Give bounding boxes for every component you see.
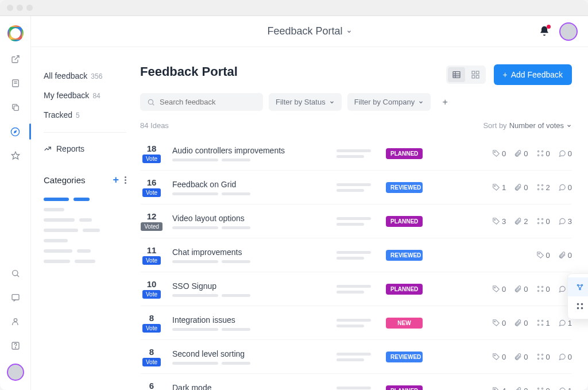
- vote-count: 10: [147, 279, 157, 289]
- filter-company-button[interactable]: Filter by Company: [347, 93, 431, 111]
- meta-connections[interactable]: 0: [536, 285, 550, 294]
- meta-comments[interactable]: 0: [558, 149, 572, 158]
- add-filter-button[interactable]: +: [436, 94, 454, 111]
- vote-box[interactable]: 16 Vote: [140, 177, 163, 197]
- window-minimize[interactable]: [17, 5, 23, 11]
- meta-connections[interactable]: 2: [536, 183, 550, 192]
- user-avatar-button[interactable]: [559, 22, 578, 41]
- grid-view-button[interactable]: [467, 67, 484, 82]
- notifications-button[interactable]: [539, 25, 551, 38]
- nav-doc-icon[interactable]: [9, 77, 22, 90]
- window-close[interactable]: [7, 5, 13, 11]
- vote-box[interactable]: 18 Vote: [140, 144, 163, 163]
- chevron-down-icon: [566, 123, 572, 129]
- meta-attachments[interactable]: 0: [514, 353, 528, 361]
- nav-user-icon[interactable]: [9, 315, 22, 328]
- meta-attachments[interactable]: 0: [558, 251, 572, 260]
- rail-avatar[interactable]: [7, 364, 24, 381]
- vote-box[interactable]: 10 Vote: [140, 279, 163, 299]
- svg-point-43: [537, 290, 539, 291]
- vote-count: 8: [149, 347, 154, 357]
- idea-row[interactable]: 16 Vote Feedback on Grid REVIEWED 1020: [140, 171, 572, 204]
- nav-compass-icon[interactable]: [9, 125, 22, 138]
- sidebar-item-label: My feedback: [44, 91, 89, 100]
- nav-share-icon[interactable]: [9, 53, 22, 65]
- svg-point-61: [581, 284, 582, 285]
- meta-tags[interactable]: 0: [492, 353, 506, 361]
- meta-attachments[interactable]: 0: [514, 319, 528, 327]
- svg-rect-20: [472, 75, 475, 78]
- reports-label: Reports: [56, 144, 84, 153]
- ctx-connect[interactable]: Connect to items: [568, 296, 588, 315]
- svg-point-38: [541, 222, 543, 223]
- vote-button[interactable]: Voted: [141, 222, 163, 231]
- vote-box[interactable]: 8 Vote: [140, 347, 163, 366]
- meta-comments[interactable]: 0: [558, 183, 572, 192]
- meta-comments[interactable]: 1: [558, 387, 572, 391]
- nav-message-icon[interactable]: [9, 291, 22, 304]
- meta-tags[interactable]: 1: [492, 183, 506, 192]
- idea-row[interactable]: 8 Vote Integration issues NEW 0011: [140, 306, 572, 340]
- meta-tags[interactable]: 0: [492, 319, 506, 327]
- categories-menu-button[interactable]: [125, 176, 126, 184]
- nav-search-icon[interactable]: [9, 267, 22, 280]
- meta-connections[interactable]: 0: [536, 149, 550, 158]
- meta-attachments[interactable]: 0: [514, 183, 528, 192]
- meta-attachments[interactable]: 0: [514, 387, 528, 391]
- meta-tags[interactable]: 3: [492, 217, 506, 226]
- search-box[interactable]: [140, 93, 263, 111]
- idea-row[interactable]: 11 Vote Chat improvements REVIEWED 00: [140, 238, 572, 272]
- sidebar-all-feedback[interactable]: All feedback 356: [44, 68, 126, 84]
- add-feedback-button[interactable]: + Add Feedback: [494, 64, 572, 85]
- divider: [44, 132, 126, 133]
- vote-box[interactable]: 11 Vote: [140, 245, 163, 265]
- meta-attachments[interactable]: 2: [514, 217, 528, 226]
- ctx-promote[interactable]: Promote to an item: [568, 277, 588, 296]
- add-category-button[interactable]: +: [113, 174, 119, 186]
- idea-row[interactable]: 10 Vote SSO Signup PLANNED 0000: [140, 272, 572, 306]
- vote-button[interactable]: Vote: [142, 155, 161, 163]
- meta-tags[interactable]: 4: [492, 387, 506, 391]
- idea-row[interactable]: 6 Vote Dark mode PLANNED 4001: [140, 374, 572, 390]
- vote-box[interactable]: 12 Voted: [140, 211, 163, 231]
- vote-button[interactable]: Vote: [142, 256, 161, 265]
- meta-attachments[interactable]: 0: [514, 285, 528, 294]
- nav-copy-icon[interactable]: [9, 101, 22, 114]
- sidebar-reports[interactable]: Reports: [44, 142, 126, 156]
- sidebar-tracked[interactable]: Tracked 5: [44, 107, 126, 123]
- meta-tags[interactable]: 0: [492, 285, 506, 294]
- vote-button[interactable]: Vote: [142, 290, 161, 299]
- meta-tags[interactable]: 0: [492, 149, 506, 158]
- workspace-selector[interactable]: Feedback Portal: [267, 25, 351, 37]
- vote-box[interactable]: 8 Vote: [140, 313, 163, 333]
- list-view-button[interactable]: [448, 67, 465, 82]
- meta-connections[interactable]: 0: [536, 387, 550, 391]
- app-logo[interactable]: [7, 25, 24, 41]
- meta-tags[interactable]: 0: [536, 251, 550, 260]
- meta-comments[interactable]: 0: [558, 353, 572, 361]
- nav-star-icon[interactable]: [9, 149, 22, 162]
- svg-point-52: [541, 354, 543, 355]
- vote-box[interactable]: 6 Vote: [140, 381, 163, 390]
- vote-button[interactable]: Vote: [142, 358, 161, 366]
- filter-status-button[interactable]: Filter by Status: [269, 93, 342, 111]
- vote-button[interactable]: Vote: [142, 188, 161, 197]
- idea-row[interactable]: 18 Vote Audio controllers improvements P…: [140, 137, 572, 171]
- sort-selector[interactable]: Sort by Number of votes: [483, 121, 572, 130]
- window-maximize[interactable]: [26, 5, 33, 11]
- meta-connections[interactable]: 0: [536, 353, 550, 361]
- ideas-list: 18 Vote Audio controllers improvements P…: [140, 137, 572, 390]
- nav-help-icon[interactable]: [9, 339, 22, 352]
- svg-rect-10: [12, 295, 19, 300]
- meta-comments[interactable]: 3: [558, 217, 572, 226]
- idea-row[interactable]: 8 Vote Second level sorting REVIEWED 000…: [140, 340, 572, 374]
- meta-connections[interactable]: 0: [536, 217, 550, 226]
- sidebar-my-feedback[interactable]: My feedback 84: [44, 87, 126, 103]
- search-input[interactable]: [160, 98, 256, 106]
- vote-button[interactable]: Vote: [142, 324, 161, 333]
- meta-connections[interactable]: 1: [536, 319, 550, 327]
- idea-row[interactable]: 12 Voted Video layout options PLANNED 32…: [140, 204, 572, 238]
- meta-comments[interactable]: 1: [558, 319, 572, 327]
- meta-attachments[interactable]: 0: [514, 149, 528, 158]
- vote-count: 6: [149, 381, 154, 390]
